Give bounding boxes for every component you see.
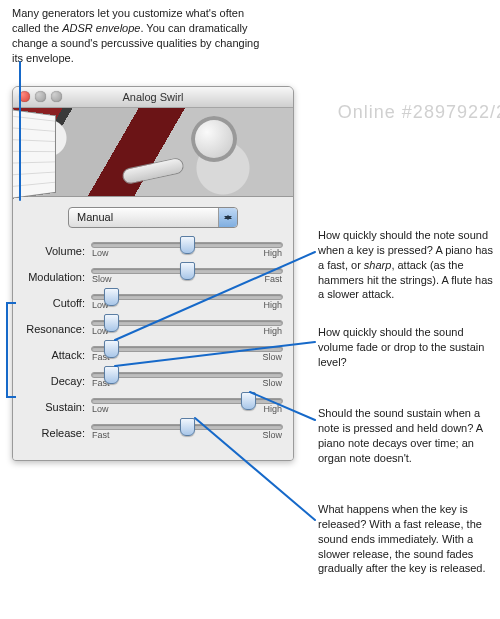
slider-label: Cutoff: (23, 296, 91, 311)
slider-label: Resonance: (23, 322, 91, 337)
keyboard-icon (12, 108, 56, 200)
slider-label: Volume: (23, 244, 91, 259)
slider-end-high: High (263, 325, 282, 337)
annotation-attack: How quickly should the note sound when a… (318, 228, 493, 302)
slider-end-low: Low (92, 247, 109, 259)
slider-track[interactable] (91, 424, 283, 430)
slider-resonance: Resonance: LowHigh (23, 316, 283, 342)
slider-decay: Decay: FastSlow (23, 368, 283, 394)
annotation-sustain: Should the sound sustain when a note is … (318, 406, 493, 465)
preset-popup[interactable]: Manual (68, 207, 238, 228)
annotation-decay: How quickly should the sound volume fade… (318, 325, 493, 370)
slider-thumb[interactable] (180, 262, 195, 280)
intro-text: Many generators let you customize what's… (12, 6, 262, 65)
slider-label: Attack: (23, 348, 91, 363)
slider-end-high: High (263, 299, 282, 311)
slider-thumb[interactable] (241, 392, 256, 410)
adsr-bracket (6, 302, 16, 398)
slider-end-high: Fast (264, 273, 282, 285)
slider-end-high: Slow (262, 377, 282, 389)
slider-track[interactable] (91, 346, 283, 352)
preset-value: Manual (77, 211, 113, 223)
minimize-icon[interactable] (35, 91, 46, 102)
slider-thumb[interactable] (104, 340, 119, 358)
slider-thumb[interactable] (104, 314, 119, 332)
slider-cutoff: Cutoff: LowHigh (23, 290, 283, 316)
slider-thumb[interactable] (180, 236, 195, 254)
slider-volume: Volume: LowHigh (23, 238, 283, 264)
slider-track[interactable] (91, 372, 283, 378)
slider-label: Decay: (23, 374, 91, 389)
slider-end-low: Slow (92, 273, 112, 285)
slider-end-high: Slow (262, 429, 282, 441)
window-titlebar[interactable]: Analog Swirl (13, 87, 293, 108)
slider-end-low: Low (92, 403, 109, 415)
watermark-text: Online #2897922/2849 (338, 100, 500, 124)
slider-end-low: Fast (92, 429, 110, 441)
zoom-icon[interactable] (51, 91, 62, 102)
synth-window: Analog Swirl Manual Volume: LowHigh Modu… (12, 86, 294, 461)
slider-track[interactable] (91, 294, 283, 300)
slider-modulation: Modulation: SlowFast (23, 264, 283, 290)
slider-track[interactable] (91, 320, 283, 326)
slider-label: Sustain: (23, 400, 91, 415)
slider-sustain: Sustain: LowHigh (23, 394, 283, 420)
slider-end-high: High (263, 247, 282, 259)
slider-thumb[interactable] (104, 366, 119, 384)
slider-track[interactable] (91, 242, 283, 248)
slider-label: Modulation: (23, 270, 91, 285)
chevron-updown-icon (218, 208, 237, 227)
controls-panel: Manual Volume: LowHigh Modulation: SlowF… (13, 197, 293, 460)
slider-thumb[interactable] (180, 418, 195, 436)
close-icon[interactable] (19, 91, 30, 102)
slider-track[interactable] (91, 268, 283, 274)
slider-attack: Attack: FastSlow (23, 342, 283, 368)
slider-label: Release: (23, 426, 91, 441)
instrument-preview-image (13, 108, 293, 197)
window-title: Analog Swirl (122, 87, 183, 107)
slider-release: Release: FastSlow (23, 420, 283, 446)
slider-thumb[interactable] (104, 288, 119, 306)
slider-end-high: High (263, 403, 282, 415)
slider-end-high: Slow (262, 351, 282, 363)
slider-track[interactable] (91, 398, 283, 404)
annotation-release: What happens when the key is released? W… (318, 502, 493, 576)
